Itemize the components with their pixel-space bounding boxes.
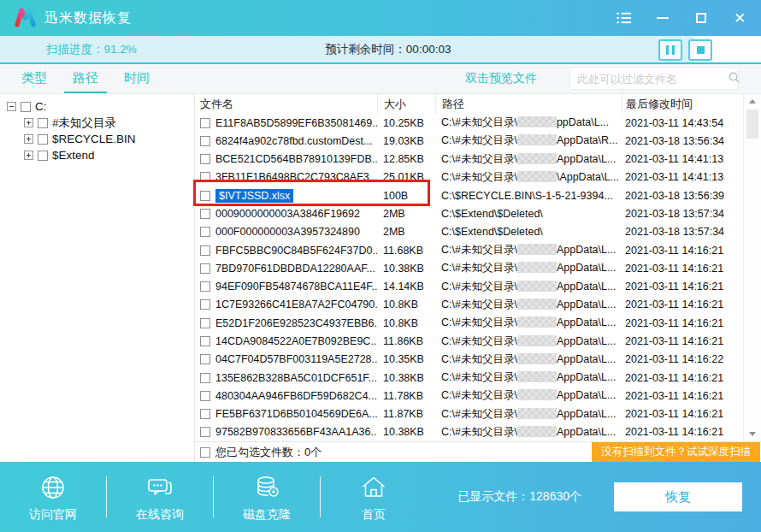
tree-checkbox[interactable]: [38, 134, 48, 145]
table-row[interactable]: 7BD970F61DBDBDA12280AAF...10.38KBC:\#未知父…: [195, 259, 743, 277]
table-row[interactable]: E52D1F206E928523C4937EBB6...10.8KBC:\#未知…: [195, 314, 743, 332]
table-header: 文件名 大小 路径 最后修改时间: [195, 94, 743, 114]
footer-bar: 访问官网 在线咨询: [0, 462, 761, 532]
select-all-checkbox[interactable]: [200, 447, 210, 458]
file-size: 25.01KB: [377, 171, 435, 183]
row-checkbox[interactable]: [200, 373, 210, 383]
tree-checkbox[interactable]: [38, 118, 48, 128]
table-row[interactable]: 14CDA9084522A0E7B092BE9C...11.86KBC:\#未知…: [195, 332, 743, 350]
table-row[interactable]: 135E862B328BA5C01DCF651F...10.38KBC:\#未知…: [195, 369, 743, 387]
file-name-cell: FBFC5BBC90C84B5F624F37D0...: [195, 245, 377, 257]
tab-path[interactable]: 路径: [64, 64, 107, 93]
row-checkbox[interactable]: [200, 118, 210, 128]
file-modified-time: 2021-03-11 14:16:21: [622, 317, 743, 329]
row-checkbox[interactable]: [200, 299, 210, 310]
file-name: FBFC5BBC90C84B5F624F37D0...: [215, 245, 377, 257]
stop-icon: [697, 46, 705, 54]
tree-item[interactable]: #未知父目录: [0, 115, 194, 131]
menu-list-icon[interactable]: [616, 10, 632, 26]
file-name-cell: 480304AA946FB6DF59D682C4...: [195, 390, 377, 402]
row-checkbox[interactable]: [200, 409, 210, 419]
table-row[interactable]: 480304AA946FB6DF59D682C4...11.78KBC:\#未知…: [195, 387, 743, 405]
column-header-size[interactable]: 大小: [377, 94, 435, 114]
pause-button[interactable]: [658, 39, 682, 61]
tree-item[interactable]: $RECYCLE.BIN: [0, 131, 194, 147]
row-checkbox[interactable]: [200, 209, 210, 219]
column-header-modified[interactable]: 最后修改时间: [622, 94, 743, 114]
file-path-text: C:\#未知父目录\: [441, 408, 517, 420]
table-row[interactable]: BCE521CD564BB78910139FDB...12.85KBC:\#未知…: [195, 151, 743, 168]
file-path-text: AppData\L...: [557, 153, 616, 165]
file-path: C:\#未知父目录\AppData\L...: [435, 152, 622, 167]
file-size: 11.86KB: [377, 335, 435, 347]
recover-button[interactable]: 恢复: [614, 482, 742, 511]
table-row[interactable]: FE5BF6371D6B50104569DE6A...11.87KBC:\#未知…: [195, 405, 743, 423]
scrollbar[interactable]: [743, 94, 761, 441]
column-header-filename[interactable]: 文件名: [195, 94, 377, 114]
expand-plus-icon[interactable]: [24, 118, 33, 127]
table-row[interactable]: 0009000000003A3846F196922MBC:\$Extend\$D…: [195, 204, 743, 222]
file-size: 10.8KB: [377, 299, 435, 310]
tree-checkbox[interactable]: [38, 151, 48, 161]
column-header-path[interactable]: 路径: [435, 94, 622, 114]
table-body: E11F8AB5D5899EF6B35081469...10.25KBC:\#未…: [195, 114, 743, 441]
nav-disk-clone[interactable]: 磁盘克隆: [214, 472, 320, 523]
nav-online-support[interactable]: 在线咨询: [107, 472, 213, 523]
table-row[interactable]: FBFC5BBC90C84B5F624F37D0...11.68KBC:\#未知…: [195, 241, 743, 259]
file-name: 000F000000003A3957324890: [215, 226, 360, 238]
maximize-button[interactable]: [693, 10, 709, 26]
file-name: 14CDA9084522A0E7B092BE9C...: [215, 335, 377, 347]
deep-scan-button[interactable]: 没有扫描到文件？试试深度扫描: [592, 442, 760, 462]
minimize-button[interactable]: [655, 10, 670, 26]
filter-input[interactable]: [577, 73, 728, 86]
table-row[interactable]: 3FB11F1B6498BC2C793C8AF3...25.01KBC:\#未知…: [195, 168, 743, 186]
row-checkbox[interactable]: [200, 245, 210, 256]
row-checkbox[interactable]: [200, 354, 210, 364]
collapse-minus-icon[interactable]: [7, 102, 16, 111]
table-row[interactable]: E11F8AB5D5899EF6B35081469...10.25KBC:\#未…: [195, 114, 743, 132]
row-checkbox[interactable]: [200, 227, 210, 237]
expand-plus-icon[interactable]: [24, 151, 33, 160]
tab-time[interactable]: 时间: [115, 64, 158, 93]
file-path: C:\#未知父目录\AppData\L...: [435, 280, 622, 294]
scroll-down-icon[interactable]: [744, 432, 761, 436]
row-checkbox[interactable]: [200, 318, 210, 328]
censored-blur-block: [517, 281, 557, 292]
file-path: C:\#未知父目录\AppData\L...: [435, 243, 622, 257]
nav-visit-website[interactable]: 访问官网: [0, 472, 106, 523]
tree-item[interactable]: C:: [0, 98, 194, 115]
nav-home[interactable]: 首页: [321, 472, 427, 523]
expand-plus-icon[interactable]: [24, 134, 33, 144]
table-row[interactable]: 6824f4a902c78fbd.customDest...19.03KBC:\…: [195, 132, 743, 150]
scrollbar-thumb[interactable]: [746, 109, 758, 139]
row-checkbox[interactable]: [200, 191, 210, 201]
file-name: $IVTJSSD.xlsx: [215, 189, 293, 203]
file-path-text: C:\#未知父目录\: [441, 171, 517, 183]
row-checkbox[interactable]: [200, 281, 210, 292]
filter-search-box[interactable]: [569, 68, 739, 90]
table-row[interactable]: 97582B970833656BF43AA1A36...10.38KBC:\#未…: [195, 423, 743, 441]
row-checkbox[interactable]: [200, 391, 210, 401]
row-checkbox[interactable]: [200, 172, 210, 182]
row-checkbox[interactable]: [200, 154, 210, 164]
row-checkbox[interactable]: [200, 263, 210, 274]
file-modified-time: 2021-03-18 13:57:34: [622, 208, 743, 220]
tree-checkbox[interactable]: [21, 102, 31, 112]
file-name-cell: 14CDA9084522A0E7B092BE9C...: [195, 335, 377, 347]
scroll-up-icon[interactable]: [744, 99, 761, 103]
censored-blur-block: [517, 262, 557, 273]
table-row[interactable]: 1C7E93266C41E8A7A2FC04790...10.8KBC:\#未知…: [195, 296, 743, 314]
table-row[interactable]: 04C7F04D57BF003119A5E2728...10.35KBC:\#未…: [195, 351, 743, 369]
stop-button[interactable]: [688, 39, 712, 61]
titlebar: 迅米数据恢复 ✕: [0, 0, 761, 36]
tree-item[interactable]: $Extend: [0, 147, 194, 163]
close-button[interactable]: ✕: [732, 10, 747, 26]
file-path: C:\#未知父目录\AppData\L...: [435, 352, 622, 367]
row-checkbox[interactable]: [200, 136, 210, 146]
table-row[interactable]: 000F000000003A39573248902MBC:\$Extend\$D…: [195, 223, 743, 241]
table-row[interactable]: 94EF090FB54874678BCA11E4F...14.14KBC:\#未…: [195, 278, 743, 296]
tab-type[interactable]: 类型: [13, 64, 56, 93]
table-row[interactable]: $IVTJSSD.xlsx100BC:\$RECYCLE.BIN\S-1-5-2…: [195, 186, 743, 204]
row-checkbox[interactable]: [200, 427, 210, 437]
row-checkbox[interactable]: [200, 336, 210, 346]
